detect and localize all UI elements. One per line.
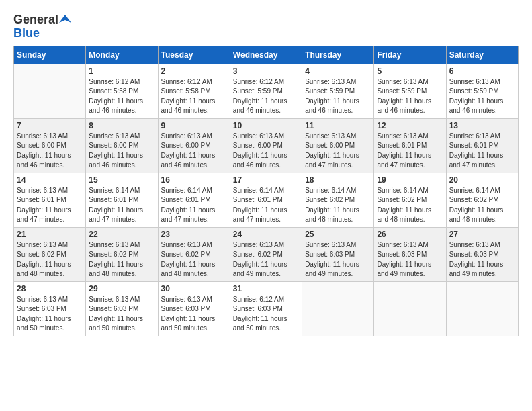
weekday-header-friday: Friday (374, 46, 446, 64)
calendar-day-cell: 7Sunrise: 6:13 AMSunset: 6:00 PMDaylight… (14, 118, 86, 173)
day-info: Sunrise: 6:13 AMSunset: 6:03 PMDaylight:… (377, 240, 443, 279)
day-info: Sunrise: 6:12 AMSunset: 5:58 PMDaylight:… (89, 77, 154, 116)
day-number: 26 (377, 230, 443, 239)
calendar-day-cell: 8Sunrise: 6:13 AMSunset: 6:00 PMDaylight… (86, 118, 158, 173)
day-number: 13 (449, 121, 515, 130)
calendar-week-row: 28Sunrise: 6:13 AMSunset: 6:03 PMDayligh… (14, 281, 519, 336)
day-info: Sunrise: 6:13 AMSunset: 6:02 PMDaylight:… (89, 240, 154, 279)
day-number: 20 (449, 175, 515, 185)
day-info: Sunrise: 6:13 AMSunset: 6:02 PMDaylight:… (17, 240, 83, 279)
calendar-day-cell (374, 281, 446, 336)
day-number: 5 (377, 66, 443, 76)
day-number: 9 (161, 121, 227, 130)
calendar-day-cell: 12Sunrise: 6:13 AMSunset: 6:01 PMDayligh… (374, 118, 446, 173)
day-info: Sunrise: 6:13 AMSunset: 6:02 PMDaylight:… (233, 240, 299, 279)
calendar-day-cell: 27Sunrise: 6:13 AMSunset: 6:03 PMDayligh… (446, 227, 518, 281)
calendar-day-cell: 6Sunrise: 6:13 AMSunset: 5:59 PMDaylight… (446, 64, 518, 118)
calendar-day-cell: 29Sunrise: 6:13 AMSunset: 6:03 PMDayligh… (86, 281, 158, 336)
day-info: Sunrise: 6:14 AMSunset: 6:02 PMDaylight:… (377, 186, 443, 225)
day-number: 7 (17, 121, 83, 130)
calendar-day-cell: 17Sunrise: 6:14 AMSunset: 6:01 PMDayligh… (230, 173, 302, 227)
weekday-header-wednesday: Wednesday (230, 46, 302, 64)
day-info: Sunrise: 6:14 AMSunset: 6:01 PMDaylight:… (233, 186, 299, 225)
day-number: 12 (377, 121, 443, 130)
day-info: Sunrise: 6:13 AMSunset: 6:03 PMDaylight:… (305, 240, 371, 279)
logo-text-general: General (13, 13, 58, 27)
weekday-header-thursday: Thursday (302, 46, 374, 64)
day-info: Sunrise: 6:13 AMSunset: 6:02 PMDaylight:… (161, 240, 227, 279)
day-info: Sunrise: 6:13 AMSunset: 6:03 PMDaylight:… (161, 295, 227, 334)
calendar-day-cell (446, 281, 518, 336)
logo-text-blue: Blue (13, 27, 71, 40)
day-number: 21 (17, 230, 83, 239)
day-info: Sunrise: 6:13 AMSunset: 6:00 PMDaylight:… (233, 132, 299, 171)
day-info: Sunrise: 6:14 AMSunset: 6:02 PMDaylight:… (305, 186, 371, 225)
calendar-day-cell: 22Sunrise: 6:13 AMSunset: 6:02 PMDayligh… (86, 227, 158, 281)
day-number: 23 (161, 230, 227, 239)
day-info: Sunrise: 6:14 AMSunset: 6:01 PMDaylight:… (161, 186, 227, 225)
day-number: 16 (161, 175, 227, 185)
calendar-day-cell: 30Sunrise: 6:13 AMSunset: 6:03 PMDayligh… (158, 281, 230, 336)
day-number: 17 (233, 175, 299, 185)
day-info: Sunrise: 6:13 AMSunset: 6:01 PMDaylight:… (377, 132, 443, 171)
day-number: 19 (377, 175, 443, 185)
calendar-day-cell: 31Sunrise: 6:12 AMSunset: 6:03 PMDayligh… (230, 281, 302, 336)
day-info: Sunrise: 6:13 AMSunset: 6:00 PMDaylight:… (161, 132, 227, 171)
day-info: Sunrise: 6:14 AMSunset: 6:02 PMDaylight:… (449, 186, 515, 225)
day-number: 24 (233, 230, 299, 239)
calendar-day-cell: 4Sunrise: 6:13 AMSunset: 5:59 PMDaylight… (302, 64, 374, 118)
calendar-day-cell: 20Sunrise: 6:14 AMSunset: 6:02 PMDayligh… (446, 173, 518, 227)
calendar-day-cell (302, 281, 374, 336)
day-info: Sunrise: 6:13 AMSunset: 6:00 PMDaylight:… (89, 132, 154, 171)
calendar-table: SundayMondayTuesdayWednesdayThursdayFrid… (13, 46, 519, 336)
calendar-week-row: 21Sunrise: 6:13 AMSunset: 6:02 PMDayligh… (14, 227, 519, 281)
calendar-day-cell: 28Sunrise: 6:13 AMSunset: 6:03 PMDayligh… (14, 281, 86, 336)
weekday-header-sunday: Sunday (14, 46, 86, 64)
calendar-day-cell: 19Sunrise: 6:14 AMSunset: 6:02 PMDayligh… (374, 173, 446, 227)
day-info: Sunrise: 6:13 AMSunset: 6:03 PMDaylight:… (89, 295, 154, 334)
day-number: 6 (449, 66, 515, 76)
day-number: 2 (161, 66, 227, 76)
day-number: 8 (89, 121, 154, 130)
day-number: 27 (449, 230, 515, 239)
day-info: Sunrise: 6:14 AMSunset: 6:01 PMDaylight:… (89, 186, 154, 225)
weekday-header-row: SundayMondayTuesdayWednesdayThursdayFrid… (14, 46, 519, 64)
page-header: General Blue (13, 13, 519, 40)
calendar-day-cell: 15Sunrise: 6:14 AMSunset: 6:01 PMDayligh… (86, 173, 158, 227)
calendar-day-cell: 21Sunrise: 6:13 AMSunset: 6:02 PMDayligh… (14, 227, 86, 281)
logo: General Blue (13, 13, 71, 40)
weekday-header-saturday: Saturday (446, 46, 518, 64)
day-number: 22 (89, 230, 154, 239)
weekday-header-tuesday: Tuesday (158, 46, 230, 64)
day-number: 11 (305, 121, 371, 130)
day-info: Sunrise: 6:13 AMSunset: 6:00 PMDaylight:… (305, 132, 371, 171)
calendar-day-cell: 26Sunrise: 6:13 AMSunset: 6:03 PMDayligh… (374, 227, 446, 281)
calendar-day-cell: 16Sunrise: 6:14 AMSunset: 6:01 PMDayligh… (158, 173, 230, 227)
day-info: Sunrise: 6:13 AMSunset: 6:01 PMDaylight:… (17, 186, 83, 225)
day-info: Sunrise: 6:13 AMSunset: 6:03 PMDaylight:… (449, 240, 515, 279)
logo-bird-icon (59, 13, 71, 26)
day-number: 28 (17, 284, 83, 293)
day-number: 29 (89, 284, 154, 293)
calendar-day-cell: 9Sunrise: 6:13 AMSunset: 6:00 PMDaylight… (158, 118, 230, 173)
calendar-day-cell: 10Sunrise: 6:13 AMSunset: 6:00 PMDayligh… (230, 118, 302, 173)
day-info: Sunrise: 6:12 AMSunset: 5:59 PMDaylight:… (233, 77, 299, 116)
day-number: 14 (17, 175, 83, 185)
day-info: Sunrise: 6:13 AMSunset: 5:59 PMDaylight:… (305, 77, 371, 116)
calendar-day-cell: 3Sunrise: 6:12 AMSunset: 5:59 PMDaylight… (230, 64, 302, 118)
calendar-week-row: 14Sunrise: 6:13 AMSunset: 6:01 PMDayligh… (14, 173, 519, 227)
svg-marker-0 (59, 15, 71, 23)
calendar-day-cell: 23Sunrise: 6:13 AMSunset: 6:02 PMDayligh… (158, 227, 230, 281)
calendar-day-cell: 5Sunrise: 6:13 AMSunset: 5:59 PMDaylight… (374, 64, 446, 118)
day-info: Sunrise: 6:12 AMSunset: 5:58 PMDaylight:… (161, 77, 227, 116)
day-info: Sunrise: 6:13 AMSunset: 6:00 PMDaylight:… (17, 132, 83, 171)
calendar-day-cell (14, 64, 86, 118)
day-info: Sunrise: 6:12 AMSunset: 6:03 PMDaylight:… (233, 295, 299, 334)
calendar-day-cell: 24Sunrise: 6:13 AMSunset: 6:02 PMDayligh… (230, 227, 302, 281)
calendar-day-cell: 18Sunrise: 6:14 AMSunset: 6:02 PMDayligh… (302, 173, 374, 227)
day-info: Sunrise: 6:13 AMSunset: 6:03 PMDaylight:… (17, 295, 83, 334)
weekday-header-monday: Monday (86, 46, 158, 64)
day-info: Sunrise: 6:13 AMSunset: 6:01 PMDaylight:… (449, 132, 515, 171)
day-number: 3 (233, 66, 299, 76)
calendar-week-row: 1Sunrise: 6:12 AMSunset: 5:58 PMDaylight… (14, 64, 519, 118)
